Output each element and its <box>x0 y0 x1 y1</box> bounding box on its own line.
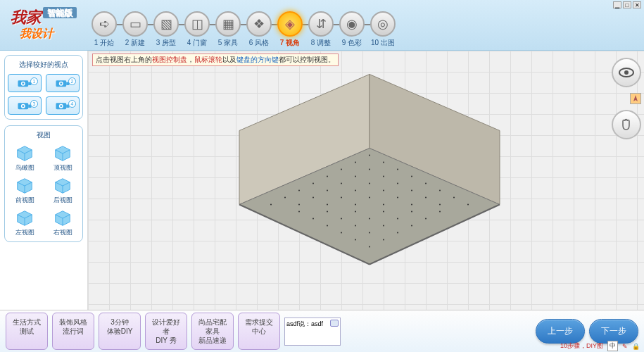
step-label: 9 色彩 <box>342 38 362 48</box>
svg-point-48 <box>355 190 356 191</box>
step-label: 7 视角 <box>280 38 300 48</box>
step-icon: ◫ <box>184 11 210 37</box>
svg-point-34 <box>341 169 342 170</box>
view-label: 后视图 <box>53 196 72 205</box>
prev-step-button[interactable]: 上一步 <box>536 319 585 344</box>
compass-button[interactable] <box>630 93 641 104</box>
svg-point-72 <box>439 211 441 213</box>
next-step-button[interactable]: 下一步 <box>589 319 638 344</box>
svg-point-70 <box>383 211 384 213</box>
footer-btn-4[interactable]: 尚品宅配家具新品速递 <box>191 313 234 350</box>
svg-point-35 <box>369 169 370 170</box>
footer-btn-5[interactable]: 需求提交中心 <box>238 313 280 350</box>
camera-number: 2 <box>68 77 76 85</box>
step-1[interactable]: ➪1 开始 <box>91 11 117 48</box>
view-panel-title: 视图 <box>8 130 80 140</box>
cube-icon <box>15 144 34 163</box>
step-7[interactable]: ◈7 视角 <box>277 11 303 48</box>
step-6[interactable]: ❖6 风格 <box>246 11 272 48</box>
camera-preset-2[interactable]: 2 <box>46 74 80 92</box>
window-min-button[interactable]: ▁ <box>613 1 621 8</box>
view-label: 前视图 <box>15 196 34 205</box>
step-label: 3 房型 <box>156 38 176 48</box>
view-button-5[interactable]: 右视图 <box>46 209 80 237</box>
svg-point-38 <box>355 176 356 177</box>
step-4[interactable]: ◫4 门窗 <box>184 11 210 48</box>
step-icon: ❖ <box>246 11 272 37</box>
svg-point-10 <box>22 105 24 107</box>
camera-preset-1[interactable]: 1 <box>8 74 42 92</box>
view-button-3[interactable]: 后视图 <box>46 177 80 205</box>
lock-icon: 🔒 <box>632 343 640 350</box>
svg-point-51 <box>439 190 441 191</box>
svg-point-80 <box>383 225 384 227</box>
cube-icon <box>15 209 34 227</box>
canvas-area[interactable]: 点击视图右上角的视图控制盘，鼠标滚轮以及键盘的方向键都可以控制视图。 <box>88 51 644 310</box>
orbit-eye-button[interactable] <box>612 58 641 87</box>
step-3[interactable]: ▧3 房型 <box>153 11 179 48</box>
footer-btn-2[interactable]: 3分钟体验DIY <box>99 313 141 350</box>
svg-point-66 <box>467 204 469 206</box>
view-button-0[interactable]: 鸟瞰图 <box>8 144 42 172</box>
eye-icon <box>618 64 635 81</box>
footer-btn-0[interactable]: 生活方式测试 <box>6 313 48 350</box>
svg-point-79 <box>355 225 356 227</box>
svg-point-32 <box>355 162 356 163</box>
view-button-1[interactable]: 顶视图 <box>46 144 80 172</box>
svg-point-31 <box>369 155 370 156</box>
svg-point-53 <box>312 197 314 199</box>
pan-hand-button[interactable] <box>612 110 641 139</box>
svg-point-59 <box>270 204 272 206</box>
svg-point-87 <box>369 246 370 248</box>
header: 我家智能版 我设计 ➪1 开始▭2 新建▧3 房型◫4 门窗▦5 家具❖6 风格… <box>0 0 644 51</box>
app-logo: 我家智能版 <box>11 7 77 28</box>
footer-btn-1[interactable]: 装饰风格流行词 <box>52 313 94 350</box>
app-subtitle: 我设计 <box>20 27 53 42</box>
svg-point-40 <box>411 176 412 177</box>
svg-point-45 <box>425 183 427 184</box>
step-label: 4 门窗 <box>187 38 207 48</box>
view-label: 左视图 <box>15 228 34 237</box>
cube-icon <box>53 177 72 195</box>
svg-point-54 <box>341 197 342 199</box>
step-icon: ▭ <box>122 11 148 37</box>
svg-point-82 <box>341 232 342 234</box>
svg-point-68 <box>327 211 328 213</box>
camera-preset-3[interactable]: 3 <box>8 96 42 115</box>
cube-icon <box>53 144 72 163</box>
svg-point-47 <box>327 190 328 191</box>
camera-panel: 选择较好的视点 1234 <box>4 55 83 120</box>
svg-point-33 <box>383 162 384 163</box>
ime-indicator[interactable]: 中 <box>607 341 618 351</box>
step-5[interactable]: ▦5 家具 <box>215 11 241 48</box>
view-panel: 视图 鸟瞰图顶视图前视图后视图左视图右视图 <box>4 125 83 242</box>
svg-point-91 <box>624 70 629 75</box>
step-label: 10 出图 <box>371 38 395 48</box>
svg-point-86 <box>383 239 384 241</box>
chat-text: asdf说：asdf <box>286 320 323 327</box>
svg-point-41 <box>312 183 314 184</box>
svg-point-39 <box>383 176 384 177</box>
svg-point-46 <box>298 190 300 191</box>
step-label: 2 新建 <box>125 38 145 48</box>
chat-bubble-icon[interactable] <box>330 320 339 327</box>
svg-point-64 <box>411 204 412 206</box>
chat-box[interactable]: asdf说：asdf <box>284 318 341 346</box>
svg-point-61 <box>327 204 328 206</box>
svg-point-75 <box>369 218 370 220</box>
step-2[interactable]: ▭2 新建 <box>122 11 148 48</box>
window-max-button[interactable]: □ <box>623 1 631 8</box>
svg-point-67 <box>298 211 300 213</box>
svg-marker-92 <box>633 95 638 101</box>
view-button-4[interactable]: 左视图 <box>8 209 42 237</box>
footer-btn-3[interactable]: 设计爱好者DIY 秀 <box>145 313 187 350</box>
step-8[interactable]: ⇵8 调整 <box>308 11 334 48</box>
camera-preset-4[interactable]: 4 <box>46 96 80 115</box>
step-9[interactable]: ◉9 色彩 <box>339 11 365 48</box>
window-close-button[interactable]: ✕ <box>633 1 641 8</box>
step-10[interactable]: ◎10 出图 <box>370 11 396 48</box>
svg-point-52 <box>284 197 286 199</box>
view-button-2[interactable]: 前视图 <box>8 177 42 205</box>
status-text: 10步骤，DIY图 <box>560 341 603 351</box>
svg-point-58 <box>453 197 455 199</box>
